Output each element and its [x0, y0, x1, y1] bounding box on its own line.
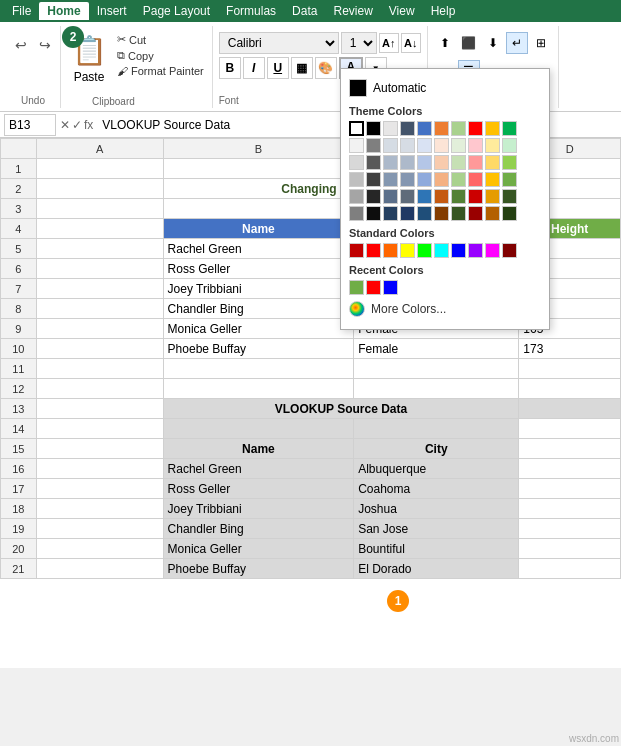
cell-a11[interactable] [36, 359, 163, 379]
theme-color-swatch[interactable] [485, 189, 500, 204]
italic-button[interactable]: I [243, 57, 265, 79]
cell-d10[interactable]: 173 [519, 339, 621, 359]
cell-c21[interactable]: El Dorado [354, 559, 519, 579]
cell-a1[interactable] [36, 159, 163, 179]
cell-c17[interactable]: Coahoma [354, 479, 519, 499]
menu-help[interactable]: Help [423, 2, 464, 20]
theme-color-swatch[interactable] [502, 172, 517, 187]
theme-color-swatch[interactable] [451, 155, 466, 170]
align-top-button[interactable]: ⬆ [434, 32, 456, 54]
theme-color-swatch[interactable] [468, 121, 483, 136]
theme-color-swatch[interactable] [383, 155, 398, 170]
cell-a13[interactable] [36, 399, 163, 419]
cell-d18[interactable] [519, 499, 621, 519]
cell-c19[interactable]: San Jose [354, 519, 519, 539]
automatic-color-option[interactable]: Automatic [349, 77, 541, 99]
theme-color-swatch[interactable] [485, 206, 500, 221]
theme-color-swatch[interactable] [485, 155, 500, 170]
theme-color-swatch[interactable] [502, 155, 517, 170]
theme-color-swatch[interactable] [485, 172, 500, 187]
cell-b9[interactable]: Monica Geller [163, 319, 354, 339]
standard-color-swatch[interactable] [400, 243, 415, 258]
cell-c14[interactable] [354, 419, 519, 439]
theme-color-swatch[interactable] [417, 138, 432, 153]
cell-d17[interactable] [519, 479, 621, 499]
theme-color-swatch[interactable] [485, 138, 500, 153]
standard-color-swatch[interactable] [349, 243, 364, 258]
cell-b10[interactable]: Phoebe Buffay [163, 339, 354, 359]
cell-d11[interactable] [519, 359, 621, 379]
theme-color-swatch[interactable] [434, 155, 449, 170]
bold-button[interactable]: B [219, 57, 241, 79]
standard-color-swatch[interactable] [434, 243, 449, 258]
theme-color-swatch[interactable] [366, 121, 381, 136]
cell-b16[interactable]: Rachel Green [163, 459, 354, 479]
standard-color-swatch[interactable] [468, 243, 483, 258]
menu-file[interactable]: File [4, 2, 39, 20]
cell-a7[interactable] [36, 279, 163, 299]
theme-color-swatch[interactable] [383, 138, 398, 153]
theme-color-swatch[interactable] [451, 121, 466, 136]
theme-color-swatch[interactable] [451, 138, 466, 153]
cell-b6[interactable]: Ross Geller [163, 259, 354, 279]
cell-b12[interactable] [163, 379, 354, 399]
theme-color-swatch[interactable] [417, 172, 432, 187]
wrap-text-button[interactable]: ↵ [506, 32, 528, 54]
cell-a5[interactable] [36, 239, 163, 259]
standard-color-swatch[interactable] [417, 243, 432, 258]
align-middle-button[interactable]: ⬛ [458, 32, 480, 54]
cell-b20[interactable]: Monica Geller [163, 539, 354, 559]
recent-color-swatch[interactable] [383, 280, 398, 295]
cell-b8[interactable]: Chandler Bing [163, 299, 354, 319]
cell-a8[interactable] [36, 299, 163, 319]
cell-a16[interactable] [36, 459, 163, 479]
cell-d21[interactable] [519, 559, 621, 579]
standard-color-swatch[interactable] [383, 243, 398, 258]
cell-c16[interactable]: Albuquerque [354, 459, 519, 479]
menu-insert[interactable]: Insert [89, 2, 135, 20]
cell-a10[interactable] [36, 339, 163, 359]
theme-color-swatch[interactable] [451, 206, 466, 221]
theme-color-swatch[interactable] [400, 172, 415, 187]
cell-c12[interactable] [354, 379, 519, 399]
cell-d14[interactable] [519, 419, 621, 439]
cell-b15[interactable]: Name [163, 439, 354, 459]
menu-page-layout[interactable]: Page Layout [135, 2, 218, 20]
theme-color-swatch[interactable] [502, 121, 517, 136]
theme-color-swatch[interactable] [451, 172, 466, 187]
underline-button[interactable]: U [267, 57, 289, 79]
cell-vlookup-title[interactable]: VLOOKUP Source Data [163, 399, 519, 419]
theme-color-swatch[interactable] [383, 189, 398, 204]
cell-c18[interactable]: Joshua [354, 499, 519, 519]
theme-color-swatch[interactable] [417, 189, 432, 204]
merge-button[interactable]: ⊞ [530, 32, 552, 54]
theme-color-swatch[interactable] [468, 172, 483, 187]
cancel-formula-icon[interactable]: ✕ [60, 118, 70, 132]
theme-color-swatch[interactable] [468, 138, 483, 153]
cell-a6[interactable] [36, 259, 163, 279]
theme-color-swatch[interactable] [366, 155, 381, 170]
theme-color-swatch[interactable] [349, 121, 364, 136]
more-colors-button[interactable]: More Colors... [349, 297, 541, 321]
cell-a15[interactable] [36, 439, 163, 459]
cut-button[interactable]: ✂ Cut [115, 32, 206, 47]
cell-d20[interactable] [519, 539, 621, 559]
theme-color-swatch[interactable] [417, 206, 432, 221]
font-size-dropdown[interactable]: 16 [341, 32, 377, 54]
standard-color-swatch[interactable] [485, 243, 500, 258]
theme-color-swatch[interactable] [451, 189, 466, 204]
theme-color-swatch[interactable] [434, 189, 449, 204]
cell-a21[interactable] [36, 559, 163, 579]
cell-a14[interactable] [36, 419, 163, 439]
align-bottom-button[interactable]: ⬇ [482, 32, 504, 54]
theme-color-swatch[interactable] [349, 138, 364, 153]
theme-color-swatch[interactable] [434, 121, 449, 136]
cell-a18[interactable] [36, 499, 163, 519]
menu-review[interactable]: Review [325, 2, 380, 20]
theme-color-swatch[interactable] [383, 206, 398, 221]
menu-formulas[interactable]: Formulas [218, 2, 284, 20]
theme-color-swatch[interactable] [485, 121, 500, 136]
standard-color-swatch[interactable] [451, 243, 466, 258]
menu-data[interactable]: Data [284, 2, 325, 20]
menu-view[interactable]: View [381, 2, 423, 20]
